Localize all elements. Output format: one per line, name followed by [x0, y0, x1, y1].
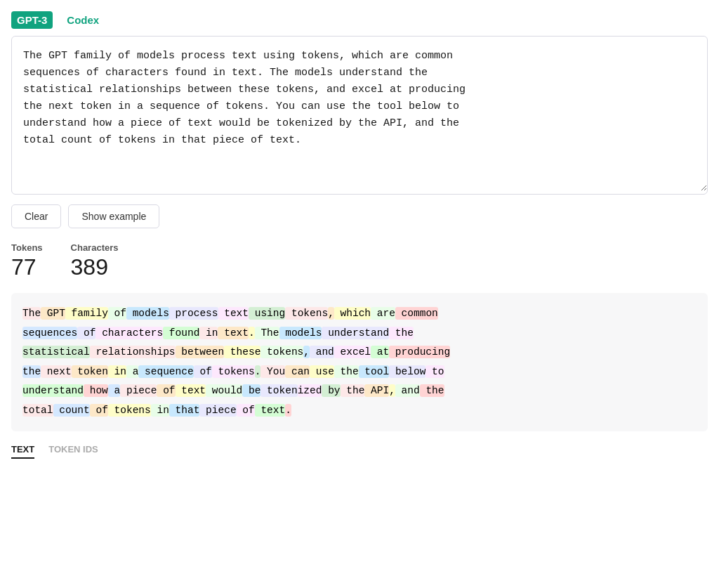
token: excel [334, 346, 371, 358]
token: tokens [108, 404, 151, 417]
token: the [420, 384, 444, 397]
token: , [328, 307, 334, 320]
token: that [169, 404, 200, 417]
tab-token-ids[interactable]: TOKEN IDS [48, 441, 98, 459]
token: which [334, 307, 371, 320]
token: in [151, 404, 169, 417]
token: common [395, 307, 438, 320]
token: count [53, 404, 90, 417]
token: sequence [138, 365, 193, 378]
token: of [90, 404, 108, 417]
token: models [126, 307, 169, 320]
token: models [279, 327, 322, 339]
text-input[interactable] [12, 37, 707, 191]
token: , [389, 384, 395, 397]
characters-value: 389 [71, 254, 119, 280]
token: API [364, 384, 389, 397]
token: of [108, 307, 126, 320]
token: token [72, 365, 108, 378]
action-buttons: Clear Show example [11, 204, 708, 228]
token: a [108, 384, 120, 397]
token: token [260, 384, 297, 397]
token: text [176, 384, 206, 397]
token: the [341, 384, 365, 397]
token: would [206, 384, 242, 397]
token: GPT [41, 307, 65, 320]
characters-stat: Characters 389 [71, 242, 119, 280]
token: piece [120, 384, 157, 397]
token: use [310, 365, 334, 378]
token: characters [95, 327, 163, 339]
token: the [334, 365, 359, 378]
token: producing [389, 346, 450, 358]
token: and [395, 384, 420, 397]
token: tokens [285, 307, 328, 320]
model-tabs: GPT-3 Codex [11, 11, 708, 29]
token: . [249, 327, 255, 339]
clear-button[interactable]: Clear [11, 204, 61, 228]
token-display: The GPT family of models process text us… [11, 293, 708, 431]
tokens-stat: Tokens 77 [11, 242, 43, 280]
token: in [199, 327, 218, 339]
token: a [126, 365, 138, 378]
token: of [194, 365, 212, 378]
stats-row: Tokens 77 Characters 389 [11, 242, 708, 280]
token: by [322, 384, 340, 397]
token: below [389, 365, 426, 378]
token: to [426, 365, 444, 378]
token: be [242, 384, 260, 397]
characters-label: Characters [71, 242, 119, 253]
token: You [260, 365, 285, 378]
token: relationships [90, 346, 176, 358]
token: . [285, 404, 291, 417]
token: understand [322, 327, 389, 339]
token: statistical [22, 346, 90, 358]
token: The [22, 307, 41, 320]
token: can [285, 365, 310, 378]
token: text [218, 327, 249, 339]
tokens-value: 77 [11, 254, 43, 280]
token: tokens [260, 346, 303, 358]
token: the [22, 365, 41, 378]
token: piece [199, 404, 236, 417]
token: text [218, 307, 249, 320]
tab-gpt3[interactable]: GPT-3 [11, 11, 53, 29]
token: ized [298, 384, 322, 397]
token: these [224, 346, 260, 358]
token: understand [22, 384, 84, 397]
token: family [65, 307, 108, 320]
view-tabs: TEXT TOKEN IDS [11, 441, 708, 459]
token: of [237, 404, 255, 417]
token: found [163, 327, 199, 339]
token: tool [359, 365, 390, 378]
token: of [157, 384, 175, 397]
token: next [41, 365, 72, 378]
tab-text[interactable]: TEXT [11, 441, 34, 459]
tokens-label: Tokens [11, 242, 43, 253]
token: in [108, 365, 126, 378]
token: how [84, 384, 108, 397]
token: between [176, 346, 225, 358]
token: and [310, 346, 334, 358]
token: tokens [212, 365, 255, 378]
token: of [77, 327, 95, 339]
token: the [389, 327, 414, 339]
token: sequences [22, 327, 77, 339]
token: , [303, 346, 310, 358]
token: text [255, 404, 286, 417]
token: The [255, 327, 279, 339]
token: process [169, 307, 218, 320]
text-input-wrapper [11, 36, 708, 195]
token: are [371, 307, 395, 320]
token: using [249, 307, 285, 320]
token: total [22, 404, 53, 417]
show-example-button[interactable]: Show example [68, 204, 159, 228]
token: at [371, 346, 389, 358]
tab-codex[interactable]: Codex [61, 11, 105, 29]
